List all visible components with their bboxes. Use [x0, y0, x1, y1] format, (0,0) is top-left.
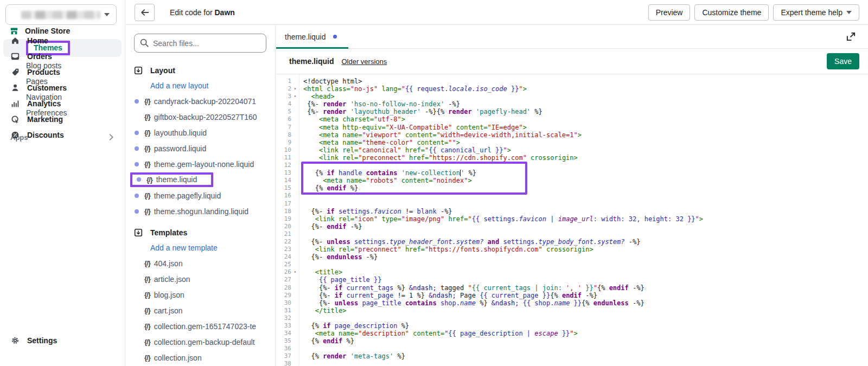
customize-theme-button[interactable]: Customize theme — [694, 4, 769, 21]
file-item-candyrack-backup-202204071[interactable]: {/}candyrack-backup-202204071 — [125, 93, 275, 109]
add-a-new-template-link[interactable]: Add a new template — [125, 240, 275, 255]
save-button[interactable]: Save — [827, 53, 859, 69]
code-line-32[interactable]: 32 — [276, 314, 868, 322]
code-line-6[interactable]: 6 <meta charset="utf-8"> — [276, 115, 868, 123]
code-area[interactable]: 1<!doctype html>2▾<html class="no-js" la… — [276, 74, 868, 365]
file-item-layouthub-liquid[interactable]: {/}layouthub.liquid — [125, 125, 275, 140]
code-line-28[interactable]: 28 {%- if current_tags %} &ndash; tagged… — [276, 284, 868, 292]
fullscreen-button[interactable] — [846, 31, 856, 42]
code-line-24[interactable]: 24 {%- endunless -%} — [276, 253, 868, 261]
line-number: 3 — [276, 93, 291, 100]
main-nav: HomeOrdersProductsCustomersAnalyticsMark… — [0, 33, 125, 143]
back-button[interactable] — [135, 4, 155, 21]
code-line-38[interactable]: 38 — [276, 360, 868, 365]
code-line-22[interactable]: 22 {%- unless settings.type_header_font.… — [276, 238, 868, 246]
line-number: 17 — [276, 200, 291, 208]
preview-button[interactable]: Preview — [648, 4, 691, 21]
file-item-collection-gem-1651747023-te[interactable]: {/}collection.gem-1651747023-te — [125, 318, 275, 334]
code-line-4[interactable]: 4 {%- render 'hso-no-follow-no-index' -%… — [276, 100, 868, 108]
code-line-13[interactable]: 13 {% if handle contains 'new-collection… — [276, 169, 868, 177]
code-line-14[interactable]: 14 <meta name="robots" content="noindex"… — [276, 177, 868, 184]
expert-theme-help-button[interactable]: Expert theme help — [773, 4, 859, 21]
fold-arrow-icon[interactable]: ▾ — [291, 268, 299, 276]
sidebar-item-customers[interactable]: Customers — [0, 80, 125, 95]
code-line-19[interactable]: 19 <link rel="icon" type="image/png" hre… — [276, 215, 868, 223]
code-line-29[interactable]: 29 {%- if current_page != 1 %} &ndash; P… — [276, 292, 868, 299]
file-name: giftbox-backup-20220527T160 — [154, 113, 257, 121]
section-header-layout[interactable]: Layout — [133, 66, 275, 75]
code-line-21[interactable]: 21 — [276, 230, 868, 238]
customers-icon — [10, 83, 20, 93]
code-line-5[interactable]: 5 {%- render 'layouthub_header' -%}{% re… — [276, 108, 868, 115]
store-selector[interactable] — [5, 4, 117, 25]
code-text: {%- if current_page != 1 %} &ndash; Page… — [299, 292, 597, 299]
code-line-15[interactable]: 15 {% endif %} — [276, 184, 868, 192]
code-line-11[interactable]: 11 <link rel="preconnect" href="https://… — [276, 154, 868, 162]
code-line-33[interactable]: 33 {% if page_description %} — [276, 322, 868, 330]
sidebar-item-settings[interactable]: Settings — [0, 332, 125, 349]
code-line-23[interactable]: 23 <link rel="preconnect" href="https://… — [276, 246, 868, 253]
fold-gutter — [291, 276, 299, 284]
code-line-25[interactable]: 25 — [276, 261, 868, 268]
sidebar-item-marketing[interactable]: Marketing — [0, 111, 125, 127]
back-arrow-icon — [140, 8, 150, 17]
sidebar-item-home[interactable]: Home — [0, 33, 125, 48]
gear-icon — [10, 336, 20, 345]
file-item-giftbox-backup-20220527t160[interactable]: {/}giftbox-backup-20220527T160 — [125, 109, 275, 125]
code-line-36[interactable]: 36 — [276, 345, 868, 352]
section-header-templates[interactable]: Templates — [133, 228, 275, 237]
fold-gutter — [291, 208, 299, 215]
code-line-7[interactable]: 7 <meta http-equiv="X-UA-Compatible" con… — [276, 124, 868, 131]
line-number: 11 — [276, 154, 291, 162]
code-line-18[interactable]: 18 {%- if settings.favicon != blank -%} — [276, 208, 868, 215]
code-line-34[interactable]: 34 <meta name="description" content="{{ … — [276, 330, 868, 337]
code-line-16[interactable]: 16 — [276, 192, 868, 200]
code-line-2[interactable]: 2▾<html class="no-js" lang="{{ request.l… — [276, 85, 868, 93]
sidebar-item-products[interactable]: Products — [0, 64, 125, 80]
sidebar-item-orders[interactable]: Orders — [0, 48, 125, 64]
line-number: 38 — [276, 360, 291, 365]
code-line-26[interactable]: 26▾ <title> — [276, 268, 868, 276]
fold-gutter — [291, 184, 299, 192]
file-item-theme-shogun-landing-liquid[interactable]: {/}theme.shogun.landing.liquid — [125, 203, 275, 219]
line-number: 34 — [276, 330, 291, 337]
code-line-17[interactable]: 17 — [276, 200, 868, 208]
code-text: <title> — [299, 268, 342, 276]
code-line-1[interactable]: 1<!doctype html> — [276, 78, 868, 85]
code-line-10[interactable]: 10 <link rel="canonical" href="{{ canoni… — [276, 146, 868, 154]
line-number: 10 — [276, 146, 291, 154]
file-item-theme-liquid[interactable]: {/}theme.liquid — [125, 172, 275, 188]
code-line-12[interactable]: 12 — [276, 162, 868, 169]
file-item-password-liquid[interactable]: {/}password.liquid — [125, 140, 275, 156]
file-item-404-json[interactable]: {/}404.json — [125, 255, 275, 271]
line-number: 5 — [276, 108, 291, 115]
file-item-blog-json[interactable]: {/}blog.json — [125, 287, 275, 303]
code-line-30[interactable]: 30 {%- unless page_title contains shop.n… — [276, 299, 868, 307]
file-item-theme-pagefly-liquid[interactable]: {/}theme.pagefly.liquid — [125, 188, 275, 203]
line-number: 20 — [276, 223, 291, 230]
file-item-article-json[interactable]: {/}article.json — [125, 271, 275, 287]
code-line-9[interactable]: 9 <meta name="theme-color" content=""> — [276, 139, 868, 146]
modified-dot — [137, 177, 141, 182]
file-item-theme-gem-layout-none-liquid[interactable]: {/}theme.gem-layout-none.liquid — [125, 156, 275, 172]
tab-theme-liquid[interactable]: theme.liquid — [276, 25, 347, 48]
search-files-input[interactable] — [134, 34, 266, 53]
file-item-collection-json[interactable]: {/}collection.json — [125, 350, 275, 365]
line-number: 18 — [276, 208, 291, 215]
sidebar-item-discounts[interactable]: Discounts — [0, 127, 125, 143]
code-line-3[interactable]: 3▾ <head> — [276, 93, 868, 100]
fold-gutter — [291, 345, 299, 352]
code-line-8[interactable]: 8 <meta name="viewport" content="width=d… — [276, 131, 868, 139]
fold-arrow-icon[interactable]: ▾ — [291, 85, 299, 93]
code-line-37[interactable]: 37 {% render 'meta-tags' %} — [276, 352, 868, 360]
file-item-collection-gem-backup-default[interactable]: {/}collection.gem-backup-default — [125, 334, 275, 350]
code-line-35[interactable]: 35 {% endif %} — [276, 337, 868, 345]
code-line-20[interactable]: 20 {%- endif -%} — [276, 223, 868, 230]
older-versions-link[interactable]: Older versions — [341, 57, 387, 66]
code-line-27[interactable]: 27 {{ page_title }} — [276, 276, 868, 284]
fold-arrow-icon[interactable]: ▾ — [291, 93, 299, 100]
code-line-31[interactable]: 31 </title> — [276, 307, 868, 314]
add-a-new-layout-link[interactable]: Add a new layout — [125, 78, 275, 93]
file-item-cart-json[interactable]: {/}cart.json — [125, 303, 275, 318]
sidebar-item-analytics[interactable]: Analytics — [0, 95, 125, 111]
